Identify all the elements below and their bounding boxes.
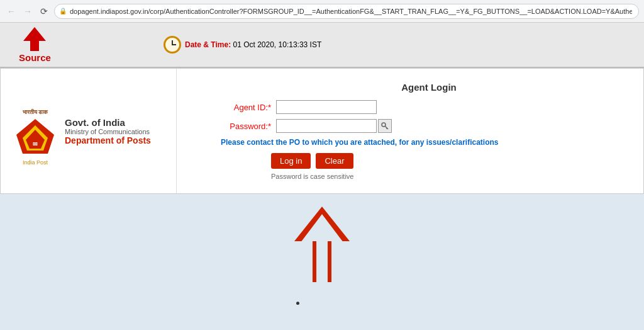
emblem-text: भारतीय डाक — [13, 109, 57, 116]
datetime-text: Date & Time: 01 Oct 2020, 10:13:33 IST — [185, 40, 321, 49]
india-post-logo: भारतीय डाक ✉ India Post — [13, 109, 57, 153]
password-input[interactable] — [276, 119, 377, 133]
login-title: Agent Login — [233, 82, 625, 93]
bottom-area — [0, 194, 644, 330]
datetime-label: Date & Time: — [185, 40, 231, 49]
lock-icon: 🔒 — [59, 8, 67, 14]
dot-indicator — [296, 302, 299, 305]
login-container: Agent Login Agent ID:* Password:* — [196, 82, 625, 180]
button-row: Log in Clear — [271, 153, 625, 169]
source-annotation: Source — [19, 27, 51, 63]
ministry-text: Ministry of Communications — [65, 128, 151, 135]
address-bar-wrapper: 🔒 — [54, 4, 639, 19]
india-post-label: India Post — [13, 159, 57, 166]
password-wrapper — [276, 119, 392, 133]
datetime-value: 01 Oct 2020, 10:13:33 IST — [233, 40, 321, 49]
address-bar[interactable] — [54, 4, 639, 19]
key-icon[interactable] — [378, 119, 392, 133]
browser-chrome: ← → ⟳ 🔒 — [0, 0, 644, 23]
back-button[interactable]: ← — [5, 5, 18, 18]
arrow-head-inner — [301, 214, 343, 242]
hollow-arrow — [294, 207, 350, 282]
arrow-triangle — [23, 27, 46, 41]
login-button[interactable]: Log in — [271, 153, 311, 169]
up-arrow-container — [294, 207, 350, 282]
password-row: Password:* — [221, 119, 625, 133]
dept-text: Department of Posts — [65, 135, 151, 145]
right-panel: Agent Login Agent ID:* Password:* — [177, 69, 643, 193]
logo-text-area: Govt. of India Ministry of Communication… — [65, 117, 151, 145]
agent-id-input[interactable] — [276, 100, 377, 114]
datetime-section: Date & Time: 01 Oct 2020, 10:13:33 IST — [164, 36, 321, 54]
notice-text: Please contact the PO to which you are a… — [221, 138, 625, 147]
reload-button[interactable]: ⟳ — [38, 5, 50, 18]
logo-area: भारतीय डाक ✉ India Post Govt. of India M… — [13, 109, 151, 153]
forward-button[interactable]: → — [21, 5, 34, 18]
emblem-svg: ✉ — [13, 116, 57, 157]
password-label: Password:* — [221, 122, 271, 131]
arrow-shaft — [30, 41, 39, 51]
main-content: भारतीय डाक ✉ India Post Govt. of India M… — [0, 68, 644, 194]
toolbar: Source Date & Time: 01 Oct 2020, 10:13:3… — [0, 23, 644, 68]
source-arrow — [23, 27, 46, 51]
clock-icon — [164, 36, 181, 54]
gov-india-text: Govt. of India — [65, 117, 151, 128]
svg-text:✉: ✉ — [33, 141, 38, 147]
case-sensitive-note: Password is case sensitive — [271, 173, 625, 180]
clear-button[interactable]: Clear — [316, 153, 353, 169]
arrow-shaft-outer — [313, 241, 331, 282]
agent-id-label: Agent ID:* — [221, 103, 271, 112]
arrow-shaft-inner — [316, 241, 328, 282]
agent-id-row: Agent ID:* — [221, 100, 625, 114]
arrow-head-outer — [294, 207, 350, 241]
left-panel: भारतीय डाक ✉ India Post Govt. of India M… — [1, 69, 177, 193]
page-wrapper: ← → ⟳ 🔒 Source Date & Time: 01 Oct 2020,… — [0, 0, 644, 330]
source-label-text: Source — [19, 52, 51, 63]
